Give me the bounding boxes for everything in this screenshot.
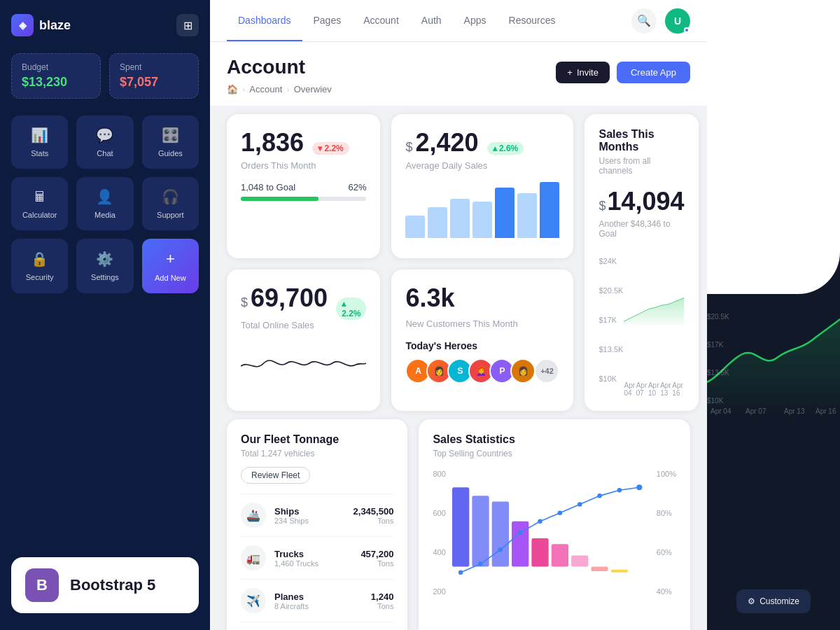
orders-value: 1,836 bbox=[241, 128, 304, 158]
page-title: Account bbox=[227, 56, 332, 78]
spent-card: Spent $7,057 bbox=[109, 53, 199, 99]
svg-text:$13.5K: $13.5K bbox=[707, 369, 729, 377]
svg-text:Apr 07: Apr 07 bbox=[746, 407, 766, 415]
heroes-count: +42 bbox=[534, 358, 559, 384]
svg-rect-2 bbox=[492, 501, 509, 566]
customize-button[interactable]: ⚙ Customize bbox=[736, 589, 811, 613]
bar-7 bbox=[540, 182, 559, 238]
mini-bar-chart bbox=[405, 182, 559, 238]
planes-value: 1,240 bbox=[371, 592, 394, 602]
planes-sub: 8 Aircrafts bbox=[274, 602, 309, 610]
svg-point-17 bbox=[617, 488, 622, 492]
planes-name: Planes bbox=[274, 592, 309, 602]
svg-point-13 bbox=[538, 519, 542, 524]
online-sales-value: 69,700 bbox=[251, 284, 328, 313]
progress-bar-fill bbox=[241, 197, 318, 201]
tab-pages[interactable]: Pages bbox=[302, 1, 353, 41]
svg-point-11 bbox=[498, 547, 503, 552]
sidebar-item-stats[interactable]: 📊 Stats bbox=[11, 115, 68, 169]
sidebar-item-calculator[interactable]: 🖩 Calculator bbox=[11, 177, 68, 230]
online-sales-card: $ 69,700 ▴ 2.2% Total Online Sales bbox=[227, 270, 380, 411]
sales-stats-card: Sales Statistics Top Selling Countries 8… bbox=[419, 419, 690, 630]
top-nav-right: 🔍 U bbox=[631, 8, 690, 34]
dashboard-grid: 1,836 ▾ 2.2% Orders This Month 1,048 to … bbox=[210, 106, 707, 419]
sidebar-item-settings[interactable]: ⚙️ Settings bbox=[76, 239, 133, 293]
breadcrumb-home: 🏠 bbox=[227, 84, 238, 94]
tab-resources[interactable]: Resources bbox=[498, 1, 567, 41]
sidebar-item-chat[interactable]: 💬 Chat bbox=[76, 115, 133, 169]
trucks-sub: 1,460 Trucks bbox=[274, 559, 318, 568]
tab-dashboards[interactable]: Dashboards bbox=[227, 1, 302, 41]
sidebar-item-security-label: Security bbox=[26, 273, 54, 281]
panel-dots-icon[interactable]: ⋯ bbox=[815, 28, 834, 48]
trucks-value: 457,200 bbox=[360, 549, 393, 559]
sidebar: ◈ blaze ⊞ Budget $13,230 Spent $7,057 📊 … bbox=[0, 0, 210, 630]
svg-point-14 bbox=[558, 510, 562, 514]
sidebar-item-security[interactable]: 🔒 Security bbox=[11, 239, 68, 293]
bar-5 bbox=[495, 188, 514, 238]
daily-sales-card: $ 2,420 ▴ 2.6% Average Daily Sales bbox=[391, 114, 573, 258]
sales-stats-chart: 800 600 400 200 100% 80% 60% 40% bbox=[433, 470, 676, 610]
new-customers-label: New Customers This Month bbox=[405, 318, 559, 329]
fleet-trucks: 🚛 Trucks 1,460 Trucks 457,200 Tons bbox=[241, 536, 393, 579]
orders-badge: ▾ 2.2% bbox=[312, 142, 349, 155]
bar-6 bbox=[517, 193, 537, 238]
scrollable-main: Account 🏠 › Account › Overwiev + Invite bbox=[210, 42, 707, 630]
ships-icon: 🚢 bbox=[241, 503, 266, 528]
content-area: Dashboards Pages Account Auth Apps Resou… bbox=[210, 0, 707, 630]
sidebar-item-guides[interactable]: 🎛️ Guides bbox=[142, 115, 199, 169]
new-customers-value: 6.3k bbox=[405, 284, 454, 313]
svg-rect-1 bbox=[472, 496, 489, 566]
breadcrumb-account[interactable]: Account bbox=[249, 84, 282, 94]
search-button[interactable]: 🔍 bbox=[631, 8, 657, 34]
bar-4 bbox=[472, 202, 492, 238]
breadcrumb-overview[interactable]: Overwiev bbox=[294, 84, 332, 94]
sidebar-item-add-new-label: Add New bbox=[155, 274, 186, 282]
tab-auth[interactable]: Auth bbox=[410, 1, 453, 41]
svg-point-12 bbox=[518, 531, 522, 535]
sidebar-item-media-label: Media bbox=[94, 211, 115, 219]
bootstrap-icon: B bbox=[25, 568, 59, 602]
svg-text:$10K: $10K bbox=[707, 397, 724, 405]
create-app-button[interactable]: Create App bbox=[617, 62, 690, 83]
sidebar-item-media[interactable]: 👤 Media bbox=[76, 177, 133, 230]
daily-sales-label: Average Daily Sales bbox=[405, 160, 559, 171]
svg-rect-0 bbox=[452, 487, 469, 566]
chat-icon: 💬 bbox=[96, 127, 113, 144]
sidebar-item-chat-label: Chat bbox=[97, 149, 113, 158]
add-new-icon: + bbox=[166, 250, 175, 268]
wavy-chart bbox=[241, 339, 366, 388]
stats-icon: 📊 bbox=[31, 127, 48, 144]
tab-apps[interactable]: Apps bbox=[453, 1, 498, 41]
customize-icon: ⚙ bbox=[748, 596, 755, 606]
svg-point-15 bbox=[578, 502, 582, 506]
trucks-icon: 🚛 bbox=[241, 545, 266, 570]
bottom-grid: Our Fleet Tonnage Total 1,247 vehicles R… bbox=[210, 419, 707, 630]
svg-text:$17K: $17K bbox=[707, 341, 724, 349]
svg-point-9 bbox=[458, 570, 463, 574]
svg-rect-7 bbox=[592, 567, 608, 571]
sales-month-subtitle: Users from all channels bbox=[598, 156, 684, 176]
fleet-trains: 🚂 Trains 804,300 bbox=[241, 622, 393, 630]
trucks-name: Trucks bbox=[274, 549, 318, 559]
planes-unit: Tons bbox=[371, 602, 394, 610]
avatar-online-dot bbox=[684, 27, 690, 33]
panel-dots-icon-2[interactable]: ⋯ bbox=[815, 196, 834, 216]
review-fleet-button[interactable]: Review Fleet bbox=[241, 467, 310, 484]
svg-rect-8 bbox=[611, 570, 628, 573]
sales-to-goal: Another $48,346 to Goal bbox=[598, 219, 684, 239]
sidebar-item-support[interactable]: 🎧 Support bbox=[142, 177, 199, 230]
sidebar-item-add-new[interactable]: + Add New bbox=[142, 239, 199, 293]
user-avatar[interactable]: U bbox=[665, 8, 690, 34]
invite-plus-icon: + bbox=[567, 67, 573, 78]
guides-icon: 🎛️ bbox=[162, 127, 179, 144]
tab-account[interactable]: Account bbox=[352, 1, 410, 41]
invite-button[interactable]: + Invite bbox=[556, 62, 610, 83]
svg-text:Apr 16: Apr 16 bbox=[816, 407, 836, 415]
svg-rect-5 bbox=[552, 544, 568, 566]
trucks-unit: Tons bbox=[360, 559, 393, 568]
ships-sub: 234 Ships bbox=[274, 517, 309, 525]
goal-label: 1,048 to Goal bbox=[241, 182, 295, 192]
sidebar-menu-button[interactable]: ⊞ bbox=[176, 14, 199, 36]
panel-line-chart: Apr 04 Apr 07 Apr 13 Apr 16 $24K $20.5K … bbox=[707, 277, 840, 417]
